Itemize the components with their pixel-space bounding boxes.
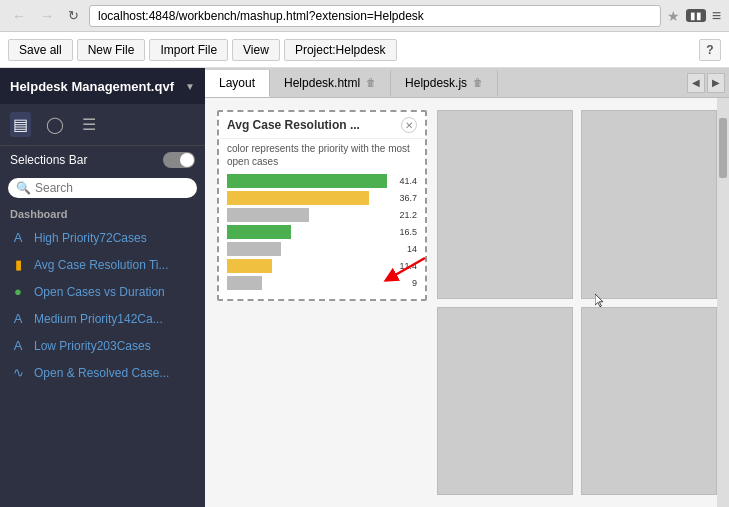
bar-track-0 <box>227 174 387 188</box>
dot-icon-2: ● <box>10 284 26 299</box>
bar-fill-0 <box>227 174 387 188</box>
menu-icon[interactable]: ≡ <box>712 7 721 25</box>
canvas-cell-1 <box>437 110 573 299</box>
bar-row-2: 21.2 <box>227 208 417 222</box>
bar-fill-2 <box>227 208 309 222</box>
svg-line-1 <box>390 258 425 278</box>
text-icon-4: A <box>10 338 26 353</box>
sidebar-item-low-priority[interactable]: A Low Priority203Cases <box>0 332 205 359</box>
bar-value-2: 21.2 <box>391 210 417 220</box>
refresh-button[interactable]: ↻ <box>64 6 83 25</box>
sidebar-item-label-4: Low Priority203Cases <box>34 339 151 353</box>
search-input[interactable] <box>35 181 189 195</box>
sidebar-item-label-1: Avg Case Resolution Ti... <box>34 258 169 272</box>
tab-helpdesk-html-close[interactable]: 🗑 <box>366 77 376 88</box>
sidebar-item-avg-case[interactable]: ▮ Avg Case Resolution Ti... <box>0 251 205 278</box>
save-all-button[interactable]: Save all <box>8 39 73 61</box>
bar-track-1 <box>227 191 387 205</box>
wave-icon-5: ∿ <box>10 365 26 380</box>
sidebar-title: Helpdesk Management.qvf <box>10 79 174 94</box>
chart-title: Avg Case Resolution ... <box>227 118 360 132</box>
chart-icon-1: ▮ <box>10 257 26 272</box>
bar-track-4 <box>227 242 387 256</box>
sidebar-item-label-5: Open & Resolved Case... <box>34 366 169 380</box>
bar-fill-5 <box>227 259 272 273</box>
bar-fill-1 <box>227 191 369 205</box>
search-box[interactable]: 🔍 <box>8 178 197 198</box>
browser-chrome: ← → ↻ ★ ▮▮ ≡ <box>0 0 729 32</box>
chart-close-button[interactable]: ✕ <box>401 117 417 133</box>
scroll-thumb[interactable] <box>719 118 727 178</box>
extension-icon: ▮▮ <box>686 9 706 22</box>
canvas-area: Avg Case Resolution ... ✕ color represen… <box>205 98 729 507</box>
sidebar-header[interactable]: Helpdesk Management.qvf ▼ <box>0 68 205 104</box>
tab-helpdesk-html-label: Helpdesk.html <box>284 76 360 90</box>
bar-fill-6 <box>227 276 262 290</box>
content-area: Layout Helpdesk.html 🗑 Helpdesk.js 🗑 ◀ ▶… <box>205 68 729 507</box>
back-button[interactable]: ← <box>8 6 30 26</box>
bar-value-1: 36.7 <box>391 193 417 203</box>
app-toolbar: Save all New File Import File View Proje… <box>0 32 729 68</box>
sidebar: Helpdesk Management.qvf ▼ ▤ ◯ ☰ Selectio… <box>0 68 205 507</box>
sidebar-item-label-0: High Priority72Cases <box>34 231 147 245</box>
bar-track-2 <box>227 208 387 222</box>
canvas-cell-2 <box>581 110 717 299</box>
chart-widget-header: Avg Case Resolution ... ✕ <box>219 112 425 139</box>
sidebar-dropdown-icon: ▼ <box>185 81 195 92</box>
tab-helpdesk-html[interactable]: Helpdesk.html 🗑 <box>270 70 391 96</box>
sidebar-item-label-2: Open Cases vs Duration <box>34 285 165 299</box>
project-button[interactable]: Project:Helpdesk <box>284 39 397 61</box>
bar-track-5 <box>227 259 387 273</box>
text-icon-3: A <box>10 311 26 326</box>
sidebar-item-label-3: Medium Priority142Ca... <box>34 312 163 326</box>
tab-prev-button[interactable]: ◀ <box>687 73 705 93</box>
sidebar-icon-bar: ▤ ◯ ☰ <box>0 104 205 146</box>
new-file-button[interactable]: New File <box>77 39 146 61</box>
import-file-button[interactable]: Import File <box>149 39 228 61</box>
tab-navigation: ◀ ▶ <box>687 73 729 93</box>
selections-bar-label: Selections Bar <box>10 153 87 167</box>
chart-subtitle: color represents the priority with the m… <box>219 139 425 172</box>
red-arrow <box>375 248 435 288</box>
bar-row-3: 16.5 <box>227 225 417 239</box>
camera-view-icon[interactable]: ◯ <box>43 112 67 137</box>
tab-helpdesk-js-label: Helpdesk.js <box>405 76 467 90</box>
main-layout: Helpdesk Management.qvf ▼ ▤ ◯ ☰ Selectio… <box>0 68 729 507</box>
url-bar[interactable] <box>89 5 661 27</box>
canvas-cell-4 <box>581 307 717 496</box>
help-button[interactable]: ? <box>699 39 721 61</box>
canvas-cell-3 <box>437 307 573 496</box>
sidebar-item-medium-priority[interactable]: A Medium Priority142Ca... <box>0 305 205 332</box>
bar-value-3: 16.5 <box>391 227 417 237</box>
tabs-bar: Layout Helpdesk.html 🗑 Helpdesk.js 🗑 ◀ ▶ <box>205 68 729 98</box>
bookmark-icon: ★ <box>667 8 680 24</box>
text-icon-0: A <box>10 230 26 245</box>
cursor-icon <box>595 293 605 309</box>
bar-track-3 <box>227 225 387 239</box>
bar-track-6 <box>227 276 387 290</box>
canvas-grid <box>437 110 717 495</box>
selections-bar-toggle[interactable] <box>163 152 195 168</box>
bar-value-0: 41.4 <box>391 176 417 186</box>
dashboard-label: Dashboard <box>0 202 205 224</box>
tab-helpdesk-js[interactable]: Helpdesk.js 🗑 <box>391 70 498 96</box>
sidebar-item-open-resolved[interactable]: ∿ Open & Resolved Case... <box>0 359 205 386</box>
bar-row-0: 41.4 <box>227 174 417 188</box>
bar-fill-4 <box>227 242 281 256</box>
tab-layout-label: Layout <box>219 76 255 90</box>
forward-button[interactable]: → <box>36 6 58 26</box>
sidebar-item-high-priority[interactable]: A High Priority72Cases <box>0 224 205 251</box>
search-icon: 🔍 <box>16 181 31 195</box>
view-button[interactable]: View <box>232 39 280 61</box>
bar-fill-3 <box>227 225 291 239</box>
scrollbar[interactable] <box>717 98 729 507</box>
selections-bar-row: Selections Bar <box>0 146 205 174</box>
bar-row-1: 36.7 <box>227 191 417 205</box>
list-view-icon[interactable]: ☰ <box>79 112 99 137</box>
sidebar-item-open-cases[interactable]: ● Open Cases vs Duration <box>0 278 205 305</box>
tab-next-button[interactable]: ▶ <box>707 73 725 93</box>
svg-marker-2 <box>595 294 603 307</box>
chart-view-icon[interactable]: ▤ <box>10 112 31 137</box>
tab-layout[interactable]: Layout <box>205 70 270 97</box>
tab-helpdesk-js-close[interactable]: 🗑 <box>473 77 483 88</box>
